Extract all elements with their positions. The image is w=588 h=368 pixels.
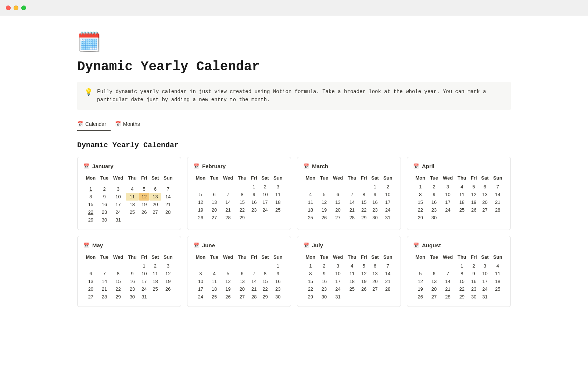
calendar-day[interactable] (161, 216, 175, 224)
calendar-day[interactable]: 12 (359, 270, 369, 277)
calendar-day[interactable]: 9 (271, 270, 285, 277)
calendar-day[interactable]: 15 (413, 198, 428, 206)
calendar-day[interactable]: 7 (491, 183, 505, 191)
calendar-day[interactable]: 14 (381, 270, 395, 277)
calendar-day[interactable] (236, 183, 249, 191)
calendar-day[interactable]: 10 (139, 270, 149, 277)
calendar-day[interactable] (208, 262, 221, 270)
calendar-day[interactable]: 1 (369, 183, 381, 191)
calendar-day[interactable]: 31 (330, 293, 345, 301)
calendar-day[interactable] (369, 293, 381, 301)
calendar-day[interactable]: 24 (479, 285, 491, 293)
calendar-day[interactable]: 5 (220, 270, 235, 277)
calendar-day[interactable]: 5 (139, 185, 149, 193)
calendar-day[interactable]: 11 (455, 191, 469, 198)
tab-months[interactable]: 📅 Months (115, 119, 144, 131)
calendar-day[interactable]: 8 (413, 191, 428, 198)
calendar-day[interactable]: 21 (220, 206, 235, 214)
calendar-day[interactable]: 26 (161, 285, 175, 293)
calendar-day[interactable]: 13 (149, 193, 161, 201)
calendar-day[interactable] (271, 214, 285, 222)
calendar-day[interactable] (440, 262, 455, 270)
calendar-day[interactable]: 2 (98, 185, 111, 193)
calendar-day[interactable]: 9 (98, 193, 111, 201)
calendar-day[interactable]: 3 (111, 185, 125, 193)
calendar-day[interactable]: 6 (428, 270, 441, 277)
calendar-day[interactable]: 23 (469, 285, 479, 293)
calendar-day[interactable]: 20 (83, 285, 98, 293)
calendar-day[interactable]: 22 (83, 208, 98, 216)
calendar-day[interactable]: 5 (469, 183, 479, 191)
calendar-day[interactable]: 6 (369, 262, 381, 270)
calendar-day[interactable]: 31 (139, 293, 149, 301)
calendar-day[interactable]: 6 (330, 191, 345, 198)
calendar-day[interactable]: 10 (193, 277, 208, 285)
calendar-day[interactable]: 17 (259, 198, 271, 206)
calendar-day[interactable] (259, 262, 271, 270)
calendar-day[interactable]: 10 (381, 191, 395, 198)
calendar-day[interactable]: 11 (126, 193, 139, 201)
calendar-day[interactable]: 8 (236, 191, 249, 198)
calendar-day[interactable]: 15 (455, 277, 469, 285)
calendar-day[interactable] (149, 216, 161, 224)
calendar-day[interactable]: 13 (479, 191, 491, 198)
calendar-day[interactable]: 23 (126, 285, 139, 293)
calendar-day[interactable] (455, 214, 469, 222)
calendar-day[interactable]: 18 (491, 277, 505, 285)
calendar-day[interactable]: 24 (111, 208, 125, 216)
calendar-day[interactable]: 14 (161, 193, 175, 201)
calendar-day[interactable]: 25 (126, 208, 139, 216)
calendar-day[interactable]: 1 (249, 183, 259, 191)
calendar-day[interactable]: 1 (271, 262, 285, 270)
calendar-day[interactable]: 19 (193, 206, 208, 214)
calendar-day[interactable]: 1 (413, 183, 428, 191)
calendar-day[interactable] (208, 183, 221, 191)
calendar-day[interactable] (126, 216, 139, 224)
calendar-day[interactable]: 22 (455, 285, 469, 293)
calendar-day[interactable]: 28 (381, 285, 395, 293)
calendar-day[interactable]: 19 (318, 206, 331, 214)
calendar-day[interactable]: 15 (303, 277, 318, 285)
calendar-day[interactable]: 10 (479, 270, 491, 277)
calendar-day[interactable]: 9 (428, 191, 441, 198)
calendar-day[interactable]: 7 (220, 191, 235, 198)
calendar-day[interactable] (220, 183, 235, 191)
calendar-day[interactable]: 29 (455, 293, 469, 301)
calendar-day[interactable]: 22 (413, 206, 428, 214)
calendar-day[interactable]: 18 (126, 201, 139, 208)
calendar-day[interactable]: 11 (149, 270, 161, 277)
calendar-day[interactable] (236, 262, 249, 270)
calendar-day[interactable] (381, 293, 395, 301)
calendar-day[interactable]: 18 (303, 206, 318, 214)
calendar-day[interactable]: 17 (381, 198, 395, 206)
calendar-day[interactable]: 20 (428, 285, 441, 293)
calendar-day[interactable]: 26 (193, 214, 208, 222)
calendar-day[interactable]: 28 (249, 293, 259, 301)
calendar-day[interactable] (98, 262, 111, 270)
calendar-day[interactable]: 30 (469, 293, 479, 301)
calendar-day[interactable]: 24 (330, 285, 345, 293)
calendar-day[interactable]: 23 (271, 285, 285, 293)
calendar-day[interactable]: 18 (455, 198, 469, 206)
calendar-day[interactable]: 4 (455, 183, 469, 191)
calendar-day[interactable]: 16 (126, 277, 139, 285)
calendar-day[interactable]: 3 (193, 270, 208, 277)
calendar-day[interactable]: 29 (303, 293, 318, 301)
calendar-day[interactable]: 28 (345, 214, 359, 222)
calendar-day[interactable]: 3 (271, 183, 285, 191)
calendar-day[interactable]: 16 (428, 198, 441, 206)
calendar-day[interactable]: 24 (193, 293, 208, 301)
calendar-day[interactable]: 17 (139, 277, 149, 285)
calendar-day[interactable]: 31 (111, 216, 125, 224)
calendar-day[interactable]: 20 (369, 277, 381, 285)
calendar-day[interactable]: 30 (369, 214, 381, 222)
calendar-day[interactable]: 24 (381, 206, 395, 214)
calendar-day[interactable] (359, 183, 369, 191)
calendar-day[interactable]: 1 (303, 262, 318, 270)
calendar-day[interactable]: 16 (249, 198, 259, 206)
calendar-day[interactable] (491, 293, 505, 301)
calendar-day[interactable]: 17 (440, 198, 455, 206)
calendar-day[interactable]: 2 (469, 262, 479, 270)
calendar-day[interactable]: 10 (111, 193, 125, 201)
calendar-day[interactable]: 15 (259, 277, 271, 285)
